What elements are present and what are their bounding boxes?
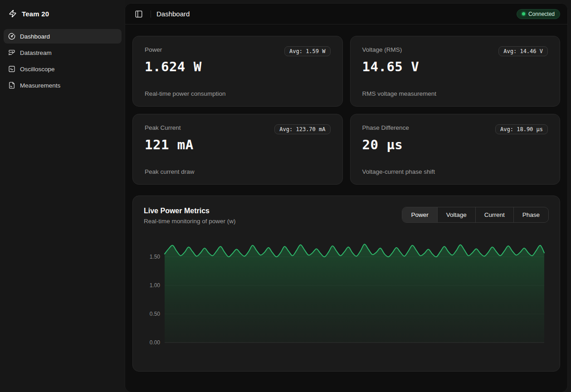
tab-power[interactable]: Power: [402, 207, 437, 222]
power-area-chart[interactable]: 0.000.501.001.50: [144, 239, 549, 352]
metric-cards-grid: Power Avg: 1.59 W 1.624 W Real-time powe…: [132, 36, 560, 185]
metric-card-power: Power Avg: 1.59 W 1.624 W Real-time powe…: [132, 36, 343, 107]
sidebar-toggle-button[interactable]: [132, 8, 145, 20]
sidebar-item-label: Oscilloscope: [20, 66, 55, 73]
metric-description: RMS voltage measurement: [362, 90, 548, 97]
gauge-icon: [8, 33, 15, 40]
sidebar: Team 20 Dashboard Datastream: [0, 0, 125, 392]
avg-badge: Avg: 14.46 V: [498, 46, 548, 56]
sidebar-item-measurements[interactable]: Measurements: [4, 78, 122, 93]
waveform-square-icon: [8, 65, 15, 73]
svg-text:0.00: 0.00: [150, 339, 161, 346]
topbar: Dashboard Connected: [125, 4, 567, 24]
chart-subtitle: Real-time monitoring of power (w): [144, 218, 236, 225]
metric-card-peak-current: Peak Current Avg: 123.70 mA 121 mA Peak …: [132, 114, 343, 185]
sidebar-item-label: Datastream: [20, 49, 52, 56]
live-metrics-card: Live Power Metrics Real-time monitoring …: [132, 196, 560, 372]
chart-svg: 0.000.501.001.50: [144, 239, 546, 352]
avg-badge: Avg: 18.90 µs: [495, 124, 548, 134]
metric-value: 121 mA: [145, 137, 331, 152]
sidebar-nav: Dashboard Datastream Oscilloscope: [0, 25, 125, 96]
tab-phase[interactable]: Phase: [513, 207, 548, 222]
sidebar-item-label: Dashboard: [20, 33, 50, 40]
page-title: Dashboard: [156, 10, 190, 18]
main-wrap: Dashboard Connected Power Avg: 1.59 W 1.…: [125, 0, 571, 392]
svg-text:1.00: 1.00: [150, 282, 161, 289]
metric-title: Power: [145, 46, 162, 53]
metric-description: Voltage-current phase shift: [362, 168, 548, 175]
avg-badge: Avg: 1.59 W: [284, 46, 330, 56]
panel-left-icon: [135, 10, 143, 18]
metric-title: Voltage (RMS): [362, 46, 402, 53]
svg-text:0.50: 0.50: [150, 311, 161, 317]
sidebar-item-label: Measurements: [20, 82, 60, 89]
metric-description: Peak current draw: [145, 168, 331, 175]
status-dot-icon: [522, 12, 525, 15]
app-root: Team 20 Dashboard Datastream: [0, 0, 571, 392]
datastream-icon: [8, 49, 15, 56]
team-switcher[interactable]: Team 20: [0, 0, 125, 25]
metric-card-phase: Phase Difference Avg: 18.90 µs 20 µs Vol…: [350, 114, 561, 185]
metric-description: Real-time power consumption: [145, 90, 331, 97]
metric-title: Phase Difference: [362, 124, 409, 131]
status-label: Connected: [528, 11, 555, 17]
tab-current[interactable]: Current: [475, 207, 513, 222]
metric-title: Peak Current: [145, 124, 181, 131]
team-name: Team 20: [22, 10, 49, 18]
metric-card-voltage: Voltage (RMS) Avg: 14.46 V 14.65 V RMS v…: [350, 36, 561, 107]
topbar-divider: [151, 10, 151, 18]
metric-value: 1.624 W: [145, 59, 331, 74]
zap-icon: [8, 9, 17, 18]
dashboard-content: Power Avg: 1.59 W 1.624 W Real-time powe…: [125, 24, 567, 372]
metric-value: 20 µs: [362, 137, 548, 152]
metric-tab-group: Power Voltage Current Phase: [402, 207, 549, 223]
sidebar-item-oscilloscope[interactable]: Oscilloscope: [4, 62, 122, 76]
tab-voltage[interactable]: Voltage: [437, 207, 475, 222]
file-chart-icon: [8, 82, 15, 89]
main-panel: Dashboard Connected Power Avg: 1.59 W 1.…: [125, 4, 567, 392]
sidebar-item-datastream[interactable]: Datastream: [4, 45, 122, 60]
sidebar-item-dashboard[interactable]: Dashboard: [4, 29, 122, 44]
metric-value: 14.65 V: [362, 59, 548, 74]
avg-badge: Avg: 123.70 mA: [274, 124, 330, 134]
chart-title: Live Power Metrics: [144, 207, 236, 215]
connection-status-badge: Connected: [517, 9, 560, 19]
svg-text:1.50: 1.50: [150, 254, 161, 260]
